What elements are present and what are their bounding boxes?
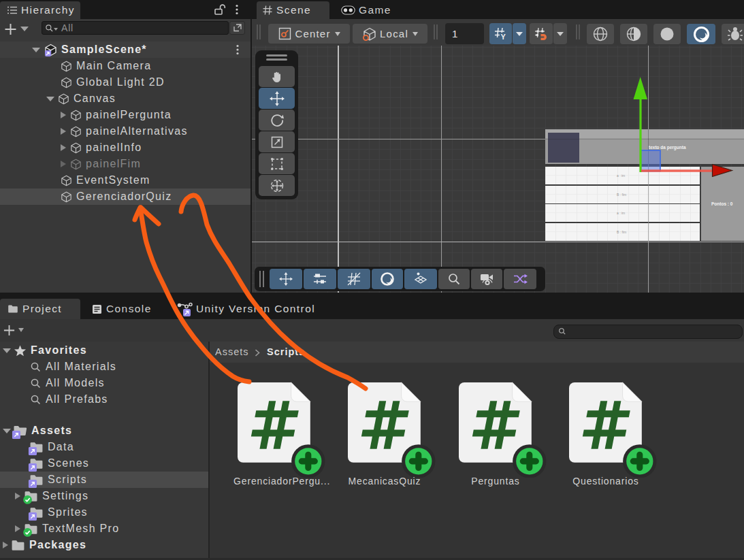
- svg-text:Y: Y: [500, 33, 506, 41]
